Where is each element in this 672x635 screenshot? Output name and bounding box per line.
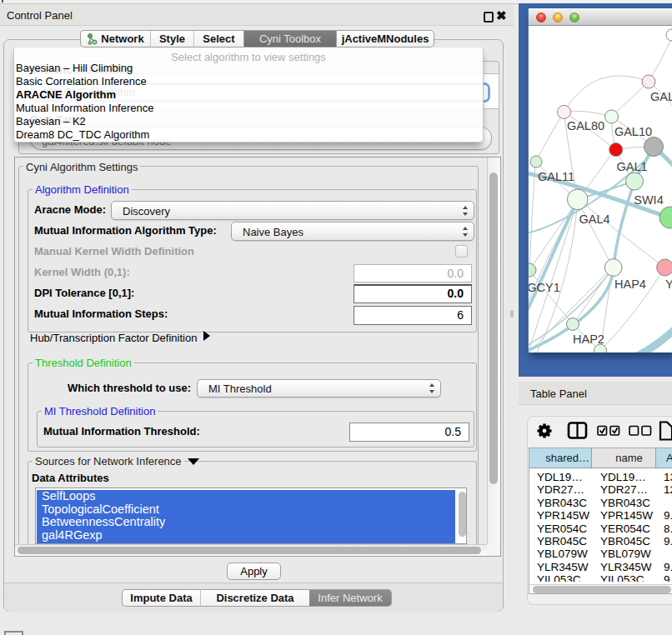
svg-text:HAP2: HAP2 — [573, 332, 604, 346]
svg-text:GAL4: GAL4 — [579, 212, 609, 226]
svg-text:GCY1: GCY1 — [529, 281, 560, 294]
svg-text:SWI4: SWI4 — [634, 193, 663, 207]
svg-text:GAL11: GAL11 — [538, 170, 574, 183]
svg-text:GAL1: GAL1 — [616, 160, 647, 173]
svg-text:GAL80: GAL80 — [567, 119, 604, 132]
svg-text:GAL2: GAL2 — [650, 90, 672, 103]
svg-text:GAL10: GAL10 — [614, 125, 652, 138]
svg-text:Y: Y — [665, 278, 672, 291]
svg-text:HAP4: HAP4 — [614, 278, 646, 291]
